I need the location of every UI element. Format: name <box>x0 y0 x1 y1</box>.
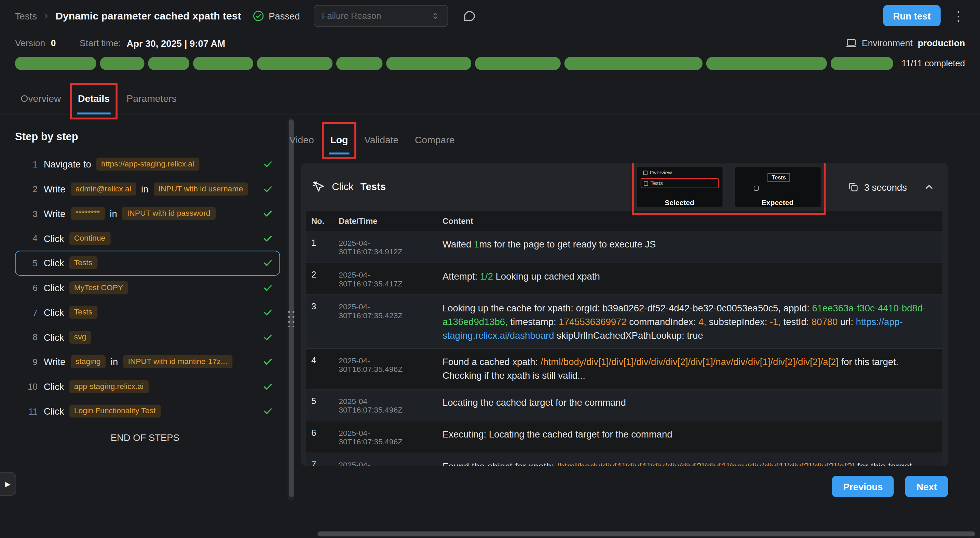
expected-thumb-caption: Expected <box>735 199 821 207</box>
step-row[interactable]: 3Write********inINPUT with id password <box>15 201 280 226</box>
horizontal-scrollbar-thumb[interactable] <box>317 532 975 536</box>
failure-reason-select[interactable]: Failure Reason <box>314 5 448 27</box>
step-row[interactable]: 11ClickLogin Functionality Test <box>15 399 280 423</box>
log-row: 72025-04-30T16:07:35.753ZFound the objec… <box>306 452 942 466</box>
col-header-no: No. <box>306 211 334 231</box>
log-text-segment: Looking up cached xpath <box>493 271 600 281</box>
step-description: ClickLogin Functionality Test <box>44 405 256 418</box>
step-param-badge: Tests <box>69 256 97 269</box>
status-label: Passed <box>269 10 300 21</box>
log-table-body: 12025-04-30T16:07:34.912ZWaited 1ms for … <box>306 231 942 466</box>
next-button[interactable]: Next <box>905 476 948 497</box>
step-row[interactable]: 7ClickTests <box>15 300 280 325</box>
step-row[interactable]: 1Navigate tohttps://app-staging.relicx.a… <box>15 152 280 177</box>
log-text-segment: 1/2 <box>480 271 493 281</box>
selected-screenshot-thumb[interactable]: OverviewTests Selected <box>636 167 722 207</box>
log-card-header: Click Tests OverviewTests Selected Tests… <box>305 163 943 209</box>
progress-row: 11/11 completed <box>0 55 980 72</box>
step-action-label: Write <box>44 183 65 194</box>
breadcrumb-chevron-icon: › <box>45 9 48 22</box>
log-table: No. Date/Time Content 12025-04-30T16:07:… <box>305 210 943 466</box>
version-label: Version <box>15 38 45 48</box>
topbar-actions: Run test ⋮ <box>883 5 965 26</box>
comparison-thumbnails: OverviewTests Selected Tests Expected <box>636 167 821 207</box>
tab-compare[interactable]: Compare <box>414 128 456 154</box>
step-number: 9 <box>24 357 38 367</box>
environment-label: Environment <box>862 38 913 48</box>
step-param-badge: svg <box>69 331 91 344</box>
col-header-content: Content <box>438 211 942 231</box>
log-card: Click Tests OverviewTests Selected Tests… <box>301 163 948 466</box>
copy-icon[interactable] <box>848 181 859 193</box>
step-number: 6 <box>24 283 38 293</box>
tab-overview[interactable]: Overview <box>19 85 62 114</box>
tab-validate[interactable]: Validate <box>363 128 400 154</box>
start-time-value: Apr 30, 2025 | 9:07 AM <box>126 38 225 49</box>
sidebar-expand-handle[interactable]: ▶ <box>0 472 16 496</box>
log-text-segment: testId: <box>781 316 811 327</box>
expected-screenshot-thumb[interactable]: Tests Expected <box>735 167 821 207</box>
step-param-badge: admin@relicx.ai <box>70 183 136 196</box>
log-row: 12025-04-30T16:07:34.912ZWaited 1ms for … <box>306 231 942 263</box>
step-param-badge: Login Functionality Test <box>69 405 161 418</box>
step-param-badge: INPUT with id mantine-17z... <box>123 355 232 368</box>
log-row-timestamp: 2025-04-30T16:07:35.496Z <box>334 421 438 452</box>
page-title: Dynamic parameter cached xpath test <box>56 10 241 22</box>
progress-segment <box>475 57 561 70</box>
step-action-verb: Click <box>332 181 353 193</box>
step-number: 8 <box>24 332 38 342</box>
log-text-segment: Attempt: <box>442 271 480 281</box>
log-text-segment: 80780 <box>811 316 837 327</box>
log-row-content: Waited 1ms for the page to get ready to … <box>438 231 942 263</box>
log-row-number: 1 <box>306 231 334 263</box>
log-text-segment: Waited <box>442 239 474 250</box>
tab-parameters[interactable]: Parameters <box>126 85 178 114</box>
step-action-label: Click <box>44 307 64 318</box>
previous-button[interactable]: Previous <box>832 476 894 497</box>
main-tabs: Overview Details Parameters <box>0 85 980 115</box>
log-text-segment: commandIndex: <box>627 316 698 327</box>
mini-nav-item: Overview <box>640 168 719 177</box>
step-success-check-icon <box>262 233 273 244</box>
step-number: 10 <box>24 382 38 392</box>
step-row[interactable]: 9WritestaginginINPUT with id mantine-17z… <box>15 349 280 374</box>
topbar: Tests › Dynamic parameter cached xpath t… <box>0 0 980 31</box>
progress-segment <box>148 57 189 70</box>
mini-nav-item: Tests <box>640 178 719 188</box>
panel-resize-grip[interactable] <box>286 308 296 327</box>
step-row[interactable]: 4ClickContinue <box>15 226 280 250</box>
step-row[interactable]: 10Clickapp-staging.relicx.ai <box>15 374 280 399</box>
log-text-segment: 4, <box>698 316 706 327</box>
run-test-button[interactable]: Run test <box>883 5 941 26</box>
kebab-menu-icon[interactable]: ⋮ <box>952 9 965 22</box>
step-param-badge: staging <box>70 355 106 368</box>
log-row-number: 3 <box>306 295 334 348</box>
log-row-content: Found a cached xpath: /html/body/div[1]/… <box>438 349 942 388</box>
step-row[interactable]: 5ClickTests <box>15 250 280 275</box>
log-text-segment: Locating the cached target for the comma… <box>442 397 626 407</box>
tab-log[interactable]: Log <box>329 128 349 154</box>
tab-log-label: Log <box>330 134 348 145</box>
expected-thumb-highlight: Tests <box>767 173 790 182</box>
step-row[interactable]: 2Writeadmin@relicx.aiinINPUT with id use… <box>15 177 280 201</box>
detail-tabs: Video Log Validate Compare <box>288 128 948 154</box>
step-success-check-icon <box>262 332 273 342</box>
step-row[interactable]: 8Clicksvg <box>15 325 280 349</box>
step-param-badge: Tests <box>69 306 97 319</box>
select-chevrons-icon <box>431 11 440 20</box>
log-text-segment: 1745536369972 <box>559 316 626 327</box>
tab-video[interactable]: Video <box>288 128 315 154</box>
steps-panel-title: Step by step <box>15 131 280 143</box>
duration-label: 3 seconds <box>864 181 907 192</box>
step-number: 11 <box>24 406 38 416</box>
comment-icon[interactable] <box>461 8 476 23</box>
tab-details[interactable]: Details <box>76 85 111 114</box>
breadcrumb-tests-link[interactable]: Tests <box>15 10 37 21</box>
step-row[interactable]: 6ClickMyTest COPY <box>15 275 280 300</box>
log-row: 32025-04-30T16:07:35.423ZLooking up the … <box>306 294 942 349</box>
progress-segment <box>706 57 827 70</box>
log-text-segment: skipUrlInCachedXPathLookup: true <box>554 330 703 341</box>
chevron-up-icon[interactable] <box>924 181 934 192</box>
steps-scrollbar[interactable] <box>287 118 294 501</box>
failure-reason-placeholder: Failure Reason <box>322 11 381 21</box>
